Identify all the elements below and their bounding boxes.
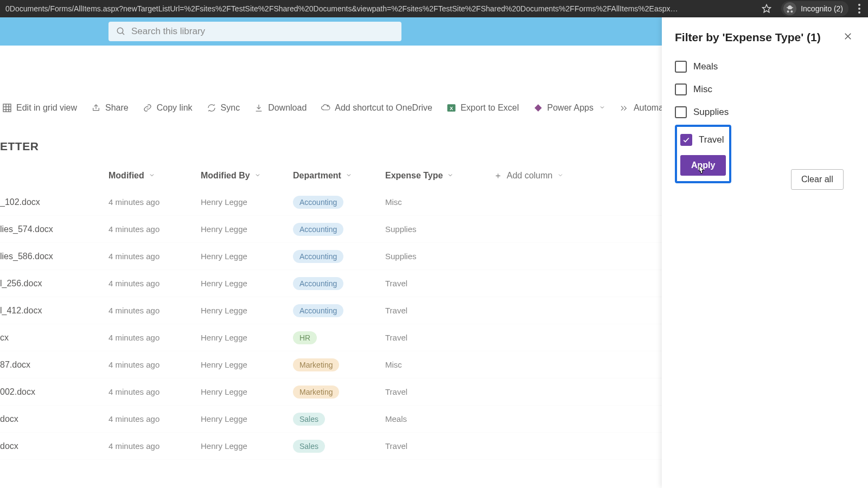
plus-icon: ＋ — [494, 170, 502, 182]
filter-panel: Filter by 'Expense Type' (1) Meals Misc … — [662, 17, 868, 488]
cell-modified: 4 minutes ago — [108, 306, 201, 315]
checkbox-unchecked-icon — [675, 61, 687, 73]
cmd-share[interactable]: Share — [91, 103, 129, 113]
svg-marker-0 — [763, 5, 771, 12]
file-name[interactable]: 002.docx — [0, 387, 108, 397]
department-pill: Accounting — [293, 304, 343, 317]
cell-modified: 4 minutes ago — [108, 224, 201, 234]
cell-modified-by: Henry Legge — [201, 333, 293, 342]
onedrive-plus-icon — [321, 103, 330, 113]
filter-option-meals[interactable]: Meals — [675, 55, 855, 78]
svg-point-3 — [858, 11, 860, 14]
file-name[interactable]: 87.docx — [0, 360, 108, 370]
department-pill: Sales — [293, 440, 325, 453]
cmd-label: Export to Excel — [461, 103, 519, 113]
clear-all-button[interactable]: Clear all — [791, 169, 844, 190]
department-pill: Marketing — [293, 358, 339, 371]
cell-modified-by: Henry Legge — [201, 252, 293, 261]
browser-chrome-bar: 0Documents/Forms/AllItems.aspx?newTarget… — [0, 0, 868, 17]
cmd-label: Edit in grid view — [16, 103, 77, 113]
col-header-expense-type[interactable]: Expense Type — [385, 171, 494, 181]
browser-menu-icon[interactable] — [858, 4, 860, 14]
department-pill: Marketing — [293, 386, 339, 399]
incognito-icon — [783, 2, 796, 15]
search-input[interactable] — [131, 26, 394, 37]
link-icon — [143, 103, 152, 113]
tutorial-highlight-box: Travel Apply — [675, 125, 731, 183]
cell-modified: 4 minutes ago — [108, 441, 201, 451]
svg-marker-15 — [534, 104, 541, 111]
file-name[interactable]: docx — [0, 414, 108, 424]
col-header-add-column[interactable]: ＋ Add column — [494, 170, 602, 182]
chevron-down-icon — [447, 172, 455, 179]
address-bar[interactable]: 0Documents/Forms/AllItems.aspx?newTarget… — [0, 4, 754, 13]
svg-point-4 — [117, 28, 123, 34]
cmd-export-excel[interactable]: X Export to Excel — [446, 103, 519, 113]
download-icon — [254, 103, 264, 113]
cmd-download[interactable]: Download — [254, 103, 307, 113]
file-name[interactable]: lies_586.docx — [0, 252, 108, 261]
cell-modified: 4 minutes ago — [108, 279, 201, 288]
cmd-edit-grid-view[interactable]: Edit in grid view — [2, 103, 77, 113]
share-icon — [91, 103, 101, 113]
filter-option-travel[interactable]: Travel — [680, 130, 726, 150]
cell-modified-by: Henry Legge — [201, 279, 293, 288]
department-pill: Accounting — [293, 196, 343, 209]
cell-department: Accounting — [293, 196, 385, 209]
col-header-department[interactable]: Department — [293, 171, 385, 181]
col-header-modified-by[interactable]: Modified By — [201, 171, 293, 181]
chevron-down-icon — [254, 172, 262, 179]
filter-panel-title: Filter by 'Expense Type' (1) — [675, 31, 821, 44]
cell-modified: 4 minutes ago — [108, 360, 201, 369]
search-box[interactable] — [108, 22, 401, 41]
cell-modified-by: Henry Legge — [201, 441, 293, 451]
svg-text:X: X — [450, 106, 453, 111]
cmd-label: Power Apps — [547, 103, 593, 113]
department-pill: Accounting — [293, 277, 343, 290]
cell-department: Accounting — [293, 250, 385, 263]
file-name[interactable]: l_256.docx — [0, 279, 108, 288]
sync-icon — [207, 103, 216, 113]
file-name[interactable]: docx — [0, 441, 108, 451]
apply-button[interactable]: Apply — [680, 155, 726, 176]
filter-option-label: Supplies — [693, 107, 729, 118]
cmd-power-apps[interactable]: Power Apps — [533, 103, 605, 113]
cell-department: Accounting — [293, 304, 385, 317]
automate-icon — [620, 103, 629, 113]
cell-expense-type: Travel — [385, 441, 494, 451]
cell-expense-type: Travel — [385, 387, 494, 396]
cell-modified-by: Henry Legge — [201, 224, 293, 234]
bookmark-star-icon[interactable] — [762, 4, 771, 14]
cmd-copy-link[interactable]: Copy link — [143, 103, 193, 113]
cmd-sync[interactable]: Sync — [207, 103, 240, 113]
cell-modified-by: Henry Legge — [201, 387, 293, 396]
file-name[interactable]: lies_574.docx — [0, 224, 108, 234]
filter-option-supplies[interactable]: Supplies — [675, 101, 855, 124]
cmd-add-shortcut-onedrive[interactable]: Add shortcut to OneDrive — [321, 103, 432, 113]
cell-modified: 4 minutes ago — [108, 387, 201, 396]
close-icon[interactable] — [841, 29, 855, 46]
cell-modified-by: Henry Legge — [201, 306, 293, 315]
cell-expense-type: Supplies — [385, 224, 494, 234]
col-header-modified[interactable]: Modified — [108, 171, 201, 181]
filter-option-label: Travel — [699, 134, 724, 145]
cell-expense-type: Travel — [385, 333, 494, 342]
cell-expense-type: Supplies — [385, 252, 494, 261]
filter-option-label: Meals — [693, 61, 718, 72]
file-name[interactable]: cx — [0, 333, 108, 343]
cell-modified-by: Henry Legge — [201, 197, 293, 207]
cell-modified: 4 minutes ago — [108, 414, 201, 423]
cell-modified-by: Henry Legge — [201, 360, 293, 369]
excel-icon: X — [446, 103, 456, 113]
cell-department: Accounting — [293, 277, 385, 290]
cmd-label: Sync — [221, 103, 240, 113]
filter-option-misc[interactable]: Misc — [675, 78, 855, 101]
cell-expense-type: Meals — [385, 414, 494, 423]
incognito-indicator[interactable]: Incognito (2) — [781, 1, 848, 16]
cell-department: Marketing — [293, 358, 385, 371]
department-pill: HR — [293, 331, 317, 344]
grid-icon — [2, 103, 12, 113]
file-name[interactable]: _102.docx — [0, 197, 108, 207]
cmd-label: Copy link — [157, 103, 193, 113]
file-name[interactable]: l_412.docx — [0, 306, 108, 316]
